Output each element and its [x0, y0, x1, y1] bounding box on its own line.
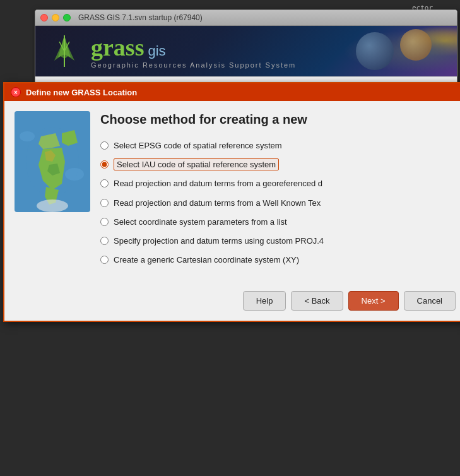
- moon-decoration: [400, 29, 432, 61]
- world-map-image: [15, 111, 90, 212]
- radio-xy-label: Create a generic Cartesian coordinate sy…: [114, 254, 299, 266]
- dialog-title-text: Define new GRASS Location: [26, 88, 137, 97]
- grass-banner: grass gis Geographic Resources Analysis …: [35, 26, 457, 76]
- radio-option-iau: Select IAU code of spatial reference sys…: [100, 159, 456, 170]
- help-dialog-button[interactable]: Help: [243, 291, 286, 311]
- radio-option-wkt: Read projection and datum terms from a W…: [100, 198, 456, 209]
- radio-wkt[interactable]: [100, 199, 109, 207]
- radio-option-georef: Read projection and datum terms from a g…: [100, 178, 456, 189]
- svg-point-8: [37, 199, 68, 212]
- radio-option-params: Select coordinate system parameters from…: [100, 217, 456, 228]
- dialog-title-bar: × Define new GRASS Location: [4, 83, 460, 101]
- gis-logo-text: gis: [148, 43, 165, 59]
- startup-title-text: GRASS GIS 7.1.svn startup (r67940): [78, 13, 203, 22]
- dialog-buttons: Help < Back Next > Cancel: [4, 283, 460, 321]
- next-button[interactable]: Next >: [348, 291, 399, 311]
- maximize-btn[interactable]: [63, 14, 71, 21]
- radio-option-xy: Create a generic Cartesian coordinate sy…: [100, 254, 456, 266]
- radio-params[interactable]: [100, 218, 109, 226]
- radio-iau[interactable]: [100, 160, 109, 169]
- radio-georef[interactable]: [100, 179, 109, 187]
- radio-proj4[interactable]: [100, 237, 109, 245]
- minimize-btn[interactable]: [52, 14, 59, 21]
- radio-epsg[interactable]: [100, 141, 109, 150]
- radio-epsg-label: Select EPSG code of spatial reference sy…: [114, 140, 282, 152]
- close-btn[interactable]: [40, 14, 48, 21]
- radio-params-label: Select coordinate system parameters from…: [114, 217, 287, 228]
- radio-option-proj4: Specify projection and datum terms using…: [100, 235, 456, 247]
- radio-option-epsg: Select EPSG code of spatial reference sy…: [100, 140, 456, 152]
- cancel-button[interactable]: Cancel: [404, 291, 456, 311]
- radio-options-group: Select EPSG code of spatial reference sy…: [100, 140, 456, 266]
- grass-text-container: grass gis Geographic Resources Analysis …: [91, 33, 296, 69]
- back-button[interactable]: < Back: [291, 291, 343, 311]
- svg-point-10: [65, 168, 84, 181]
- dialog-body: Choose method for creating a new Select …: [4, 101, 460, 283]
- radio-proj4-label: Specify projection and datum terms using…: [114, 235, 324, 247]
- dialog-heading: Choose method for creating a new: [100, 111, 456, 128]
- banner-decoration: [331, 26, 457, 76]
- radio-iau-label: Select IAU code of spatial reference sys…: [114, 159, 279, 170]
- grass-logo-text: grass: [91, 33, 144, 61]
- planet-decoration: [356, 32, 394, 70]
- dialog-close-button[interactable]: ×: [11, 87, 21, 97]
- radio-wkt-label: Read projection and datum terms from a W…: [114, 198, 321, 209]
- dialog-right-panel: Choose method for creating a new Select …: [100, 111, 456, 273]
- grass-logo-icon: [45, 32, 83, 70]
- define-location-dialog: × Define new GRASS Location: [3, 82, 460, 322]
- startup-title-bar: GRASS GIS 7.1.svn startup (r67940): [35, 10, 457, 26]
- radio-georef-label: Read projection and datum terms from a g…: [114, 178, 322, 189]
- svg-point-9: [20, 131, 35, 141]
- radio-xy[interactable]: [100, 256, 109, 264]
